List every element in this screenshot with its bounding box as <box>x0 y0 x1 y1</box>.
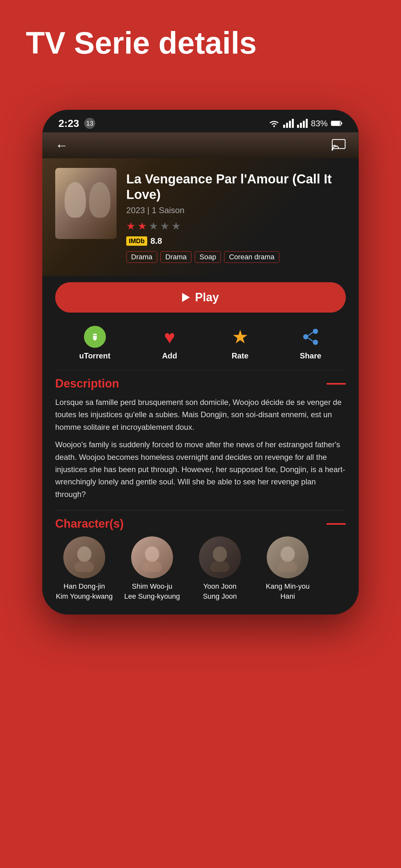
rate-action[interactable]: ★ Rate <box>229 326 251 361</box>
avatar-image-3 <box>199 536 241 578</box>
star-rating: ★ ★ ★ ★ ★ <box>126 220 346 232</box>
utorrent-label: uTorrent <box>79 351 111 361</box>
top-nav: ← <box>42 132 359 158</box>
share-icon-wrapper <box>299 326 322 348</box>
signal-bars <box>283 119 294 128</box>
svg-point-9 <box>313 340 318 345</box>
genre-tag-4: Corean drama <box>224 251 279 263</box>
hero-area: La Vengeance Par l'Amour (Call It Love) … <box>42 158 359 276</box>
characters-section: Character(s) Han Dong-jinKim Young-kw <box>42 510 359 615</box>
character-avatar-4 <box>267 536 309 578</box>
heart-icon: ♥ <box>164 326 175 348</box>
show-info: La Vengeance Par l'Amour (Call It Love) … <box>126 168 346 263</box>
svg-point-19 <box>278 561 297 572</box>
avatar-image-2 <box>131 536 173 578</box>
play-label: Play <box>195 290 219 304</box>
character-avatar-3 <box>199 536 241 578</box>
character-name-1: Han Dong-jinKim Young-kwang <box>56 582 113 601</box>
description-dash <box>327 383 346 384</box>
description-header: Description <box>55 377 346 391</box>
battery-percent: 83% <box>311 119 328 128</box>
star-5: ★ <box>172 220 181 232</box>
character-name-2: Shim Woo-juLee Sung-kyoung <box>124 582 180 601</box>
character-name-4: Kang Min-youHani <box>266 582 310 601</box>
play-button[interactable]: Play <box>55 282 346 313</box>
imdb-badge: IMDb <box>126 237 147 246</box>
add-label: Add <box>162 351 177 361</box>
characters-header: Character(s) <box>55 517 346 531</box>
back-button[interactable]: ← <box>55 138 68 153</box>
svg-point-13 <box>74 561 94 572</box>
character-item-1[interactable]: Han Dong-jinKim Young-kwang <box>55 536 113 601</box>
characters-row: Han Dong-jinKim Young-kwang Shim Woo-juL… <box>55 536 346 601</box>
genre-tag-1: Drama <box>126 251 157 263</box>
svg-point-0 <box>273 126 275 127</box>
share-action[interactable]: Share <box>299 326 322 361</box>
utorrent-icon <box>84 326 106 348</box>
svg-point-18 <box>281 547 295 562</box>
genre-tag-3: Soap <box>195 251 221 263</box>
signal-bars-2 <box>297 119 308 128</box>
share-label: Share <box>300 351 321 361</box>
rate-star-icon: ★ <box>232 326 249 348</box>
battery-icon <box>331 120 343 127</box>
svg-point-8 <box>303 334 308 339</box>
star-1: ★ <box>126 220 135 232</box>
description-title: Description <box>55 377 119 391</box>
show-poster <box>55 168 117 239</box>
play-icon <box>182 293 190 302</box>
heart-icon-wrapper: ♥ <box>158 326 181 348</box>
share-icon <box>301 328 320 346</box>
actions-row: uTorrent ♥ Add ★ Rate <box>42 319 359 370</box>
play-section: Play <box>42 276 359 319</box>
svg-point-16 <box>213 547 227 562</box>
svg-rect-2 <box>341 122 342 124</box>
characters-title: Character(s) <box>55 517 124 531</box>
phone-mockup: 2:23 13 <box>42 110 359 615</box>
show-meta: 2023 | 1 Saison <box>126 206 346 215</box>
star-2: ★ <box>137 220 147 232</box>
genre-tag-2: Drama <box>160 251 191 263</box>
avatar-image-4 <box>267 536 309 578</box>
description-text-en: Woojoo's family is suddenly forced to mo… <box>55 438 346 500</box>
svg-point-12 <box>77 547 91 562</box>
notification-badge: 13 <box>84 118 95 129</box>
page-title: TV Serie details <box>0 0 401 80</box>
character-avatar-2 <box>131 536 173 578</box>
svg-point-14 <box>145 547 159 562</box>
character-item-3[interactable]: Yoon JoonSung Joon <box>191 536 249 601</box>
page-wrapper: TV Serie details 2:23 13 <box>0 0 401 868</box>
imdb-row: IMDb 8.8 <box>126 236 346 246</box>
svg-line-11 <box>308 338 313 341</box>
character-avatar-1 <box>63 536 105 578</box>
star-3: ★ <box>149 220 158 232</box>
genres-row: Drama Drama Soap Corean drama <box>126 251 346 263</box>
svg-line-10 <box>308 332 313 336</box>
add-action[interactable]: ♥ Add <box>158 326 181 361</box>
svg-point-7 <box>313 329 318 334</box>
character-item-2[interactable]: Shim Woo-juLee Sung-kyoung <box>123 536 181 601</box>
description-text-fr: Lorsque sa famille perd brusquement son … <box>55 396 346 433</box>
wifi-icon <box>268 119 280 128</box>
show-title: La Vengeance Par l'Amour (Call It Love) <box>126 171 346 202</box>
character-item-4[interactable]: Kang Min-youHani <box>258 536 317 601</box>
characters-dash <box>327 523 346 525</box>
description-section: Description Lorsque sa famille perd brus… <box>42 370 359 510</box>
rate-star-wrapper: ★ <box>229 326 251 348</box>
rate-label: Rate <box>232 351 249 361</box>
star-4: ★ <box>160 220 169 232</box>
utorrent-icon-wrapper <box>84 326 106 348</box>
imdb-score: 8.8 <box>150 236 162 246</box>
character-name-3: Yoon JoonSung Joon <box>203 582 237 601</box>
cast-button[interactable] <box>332 139 346 152</box>
svg-point-5 <box>332 149 333 151</box>
svg-point-15 <box>143 561 162 572</box>
status-icons: 83% <box>268 119 343 128</box>
status-time: 2:23 <box>58 118 79 129</box>
cast-icon <box>332 139 346 151</box>
avatar-image-1 <box>63 536 105 578</box>
svg-point-17 <box>210 561 229 572</box>
utorrent-action[interactable]: uTorrent <box>79 326 111 361</box>
status-bar: 2:23 13 <box>42 110 359 132</box>
svg-rect-3 <box>332 121 340 125</box>
